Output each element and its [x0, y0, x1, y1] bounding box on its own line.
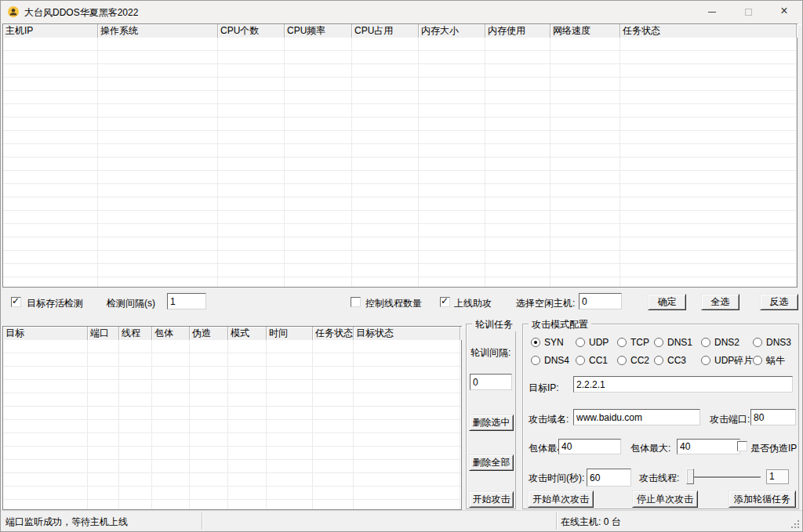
attack-mode-radio-DNS2[interactable]: DNS2 — [701, 337, 739, 348]
radio-label: DNS1 — [667, 337, 692, 348]
task-table[interactable]: 目标端口线程包体伪造模式时间任务状态目标状态 — [2, 326, 462, 510]
invert-select-button[interactable]: 反选 — [760, 294, 798, 310]
attack-mode-radio-TCP[interactable]: TCP — [617, 337, 649, 348]
attack-mode-radio-CC1[interactable]: CC1 — [576, 355, 608, 366]
interval-input[interactable] — [167, 293, 206, 309]
attack-mode-radio-DNS3[interactable]: DNS3 — [753, 337, 791, 348]
grid-line — [353, 340, 354, 509]
grid-line — [418, 38, 419, 287]
column-header-CPU频率[interactable]: CPU频率 — [285, 24, 352, 38]
attack-mode-radio-SYN[interactable]: SYN — [531, 337, 564, 348]
radio-label: CC3 — [667, 355, 686, 366]
idle-host-input[interactable] — [579, 293, 622, 309]
column-header-任务状态[interactable]: 任务状态 — [313, 327, 354, 340]
task-table-body[interactable] — [3, 340, 461, 509]
target-ip-input[interactable] — [573, 376, 793, 393]
minimize-button[interactable] — [694, 1, 730, 23]
radio-icon — [654, 356, 663, 365]
rotation-panel: 轮训任务 轮训间隔: 删除选中 删除全部 开始攻击 — [466, 324, 516, 509]
fake-ip-label: 是否伪造IP — [750, 442, 797, 455]
column-header-伪造[interactable]: 伪造 — [190, 327, 228, 340]
pkt-max-label: 包体最大: — [630, 442, 670, 455]
column-header-包体[interactable]: 包体 — [152, 327, 190, 340]
port-input[interactable] — [750, 409, 796, 425]
thread-control-label: 控制线程数量 — [365, 297, 422, 310]
thread-control-checkbox[interactable] — [351, 297, 361, 307]
radio-icon — [531, 356, 540, 365]
stop-single-attack-button[interactable]: 停止单次攻击 — [632, 490, 698, 508]
column-header-操作系统[interactable]: 操作系统 — [98, 24, 218, 38]
status-message: 端口监听成功，等待主机上线 — [5, 516, 128, 529]
host-table[interactable]: 主机IP操作系统CPU个数CPU频率CPU占用内存大小内存使用网络速度任务状态 — [2, 24, 798, 288]
column-header-网络速度[interactable]: 网络速度 — [550, 24, 620, 38]
column-header-目标[interactable]: 目标 — [3, 327, 88, 340]
attack-mode-radio-UDP碎片[interactable]: UDP碎片 — [701, 355, 753, 366]
grid-line — [550, 38, 550, 287]
attack-mode-radio-蜗牛[interactable]: 蜗牛 — [753, 355, 785, 366]
column-header-目标状态[interactable]: 目标状态 — [354, 327, 460, 340]
host-table-body[interactable] — [3, 38, 797, 287]
column-header-内存使用[interactable]: 内存使用 — [485, 24, 550, 38]
radio-icon — [753, 356, 762, 365]
interval-label: 检测间隔(s) — [107, 297, 155, 310]
thread-slider-track[interactable] — [690, 476, 761, 478]
thread-slider-thumb[interactable] — [686, 469, 694, 484]
thread-value-box: 1 — [766, 469, 789, 484]
start-attack-button[interactable]: 开始攻击 — [469, 491, 514, 508]
radio-icon — [576, 356, 585, 365]
delete-selected-button[interactable]: 删除选中 — [469, 414, 514, 431]
select-all-button[interactable]: 全选 — [701, 294, 739, 310]
add-rotation-task-button[interactable]: 添加轮循任务 — [729, 490, 796, 508]
radio-label: SYN — [544, 337, 564, 348]
column-header-CPU占用[interactable]: CPU占用 — [352, 24, 419, 38]
confirm-button[interactable]: 确定 — [648, 294, 686, 310]
column-header-CPU个数[interactable]: CPU个数 — [218, 24, 285, 38]
maximize-button[interactable] — [730, 1, 766, 23]
attack-time-input[interactable] — [587, 469, 631, 487]
close-icon: × — [780, 4, 787, 17]
attack-config-panel: 攻击模式配置 SYNUDPTCPDNS1DNS2DNS3DNS4CC1CC2CC… — [522, 324, 799, 509]
delete-all-button[interactable]: 删除全部 — [469, 454, 514, 471]
domain-input[interactable] — [573, 409, 700, 425]
grid-line — [620, 38, 620, 287]
attack-mode-radio-DNS4[interactable]: DNS4 — [531, 355, 569, 366]
attack-mode-radio-CC3[interactable]: CC3 — [654, 355, 686, 366]
fake-ip-checkbox[interactable] — [737, 441, 747, 451]
online-host-count: 在线主机: 0 台 — [561, 516, 621, 529]
pkt-max-input[interactable] — [677, 439, 740, 454]
port-label: 攻击端口: — [710, 413, 750, 426]
column-header-线程[interactable]: 线程 — [119, 327, 152, 340]
status-divider — [202, 512, 202, 530]
radio-icon — [617, 338, 627, 347]
start-single-attack-button[interactable]: 开始单次攻击 — [528, 490, 594, 508]
grid-line — [266, 340, 267, 509]
column-header-端口[interactable]: 端口 — [88, 327, 119, 340]
rotation-interval-input[interactable] — [470, 374, 512, 390]
attack-mode-radio-UDP[interactable]: UDP — [576, 337, 609, 348]
column-header-时间[interactable]: 时间 — [267, 327, 313, 340]
grid-line — [460, 340, 460, 509]
grid-line — [118, 340, 119, 509]
radio-label: TCP — [630, 337, 649, 348]
alive-check-label: 目标存活检测 — [27, 297, 83, 310]
task-table-header: 目标端口线程包体伪造模式时间任务状态目标状态 — [3, 327, 461, 340]
assist-checkbox[interactable] — [440, 297, 450, 307]
domain-label: 攻击域名: — [529, 413, 569, 426]
alive-check-checkbox[interactable] — [11, 297, 21, 307]
pkt-min-input[interactable] — [558, 439, 621, 454]
attack-mode-radio-CC2[interactable]: CC2 — [617, 355, 649, 366]
column-header-内存大小[interactable]: 内存大小 — [419, 24, 485, 38]
column-header-模式[interactable]: 模式 — [228, 327, 267, 340]
attack-mode-radio-DNS1[interactable]: DNS1 — [654, 337, 692, 348]
status-divider — [556, 512, 557, 530]
column-header-主机IP[interactable]: 主机IP — [3, 24, 98, 38]
column-header-任务状态[interactable]: 任务状态 — [620, 24, 797, 38]
target-ip-label: 目标IP: — [529, 382, 559, 395]
radio-icon — [654, 338, 663, 347]
resize-grip-icon[interactable] — [790, 519, 801, 530]
close-button[interactable]: × — [766, 1, 802, 23]
grid-line — [151, 340, 152, 509]
radio-label: DNS3 — [766, 337, 791, 348]
app-window: 大台风DDOS华夏黑客2022 × 主机IP操作系统CPU个数CPU频率CPU占… — [0, 0, 803, 532]
host-table-header: 主机IP操作系统CPU个数CPU频率CPU占用内存大小内存使用网络速度任务状态 — [3, 24, 797, 38]
